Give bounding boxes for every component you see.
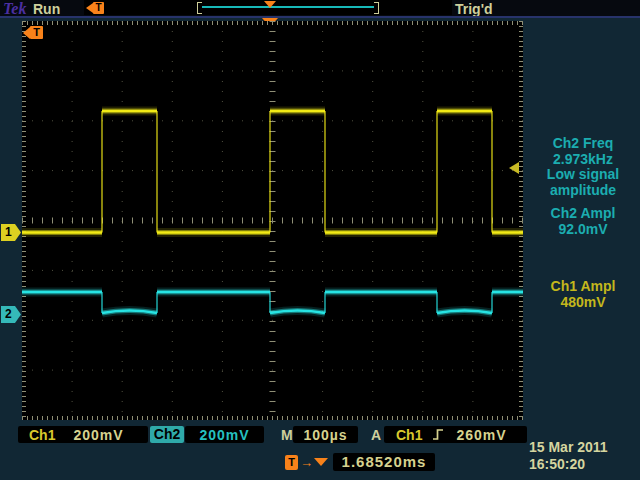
trigger-offscreen-flag-icon[interactable]: T bbox=[23, 26, 43, 39]
ch1-ground-marker[interactable]: 1 bbox=[1, 224, 21, 241]
ch1-ampl-value: 480mV bbox=[527, 295, 639, 311]
datetime-readout: 15 Mar 2011 16:50:20 bbox=[529, 439, 608, 473]
trigger-source: Ch1 bbox=[396, 427, 422, 443]
top-bar-separator bbox=[0, 16, 640, 18]
arrow-right-icon: → bbox=[300, 455, 313, 470]
acquisition-status: Run bbox=[33, 1, 60, 17]
timebase-label: M bbox=[281, 427, 293, 443]
time-value: 16:50:20 bbox=[529, 456, 608, 473]
ch2-ampl-readout: Ch2 Ampl 92.0mV bbox=[527, 206, 639, 237]
ch1-scale-value: 200mV bbox=[73, 427, 123, 443]
ch2-freq-readout: Ch2 Freq 2.973kHz Low signal amplitude bbox=[527, 136, 639, 198]
delay-time-value: 1.68520ms bbox=[333, 453, 435, 471]
ch1-scale-readout: Ch1 200mV bbox=[18, 426, 148, 443]
trigger-t-badge: T bbox=[30, 26, 43, 39]
ch2-scale-value: 200mV bbox=[199, 427, 249, 443]
trigger-level-arrow-icon[interactable] bbox=[509, 162, 519, 174]
record-window-bar[interactable] bbox=[202, 6, 374, 8]
ch2-ground-marker[interactable]: 2 bbox=[1, 306, 21, 323]
date-value: 15 Mar 2011 bbox=[529, 439, 608, 456]
waveform-display bbox=[22, 21, 523, 420]
ch1-ampl-readout: Ch1 Ampl 480mV bbox=[527, 279, 639, 310]
delay-trigger-icon: T bbox=[285, 455, 298, 470]
timebase-value: 100µs bbox=[303, 427, 347, 443]
rising-edge-icon bbox=[432, 427, 444, 442]
ch2-freq-value: 2.973kHz bbox=[527, 152, 639, 168]
ch2-ampl-value: 92.0mV bbox=[527, 222, 639, 238]
trigger-level-value: 260mV bbox=[456, 427, 506, 443]
delay-time-readout: T → 1.68520ms bbox=[285, 453, 435, 471]
ch2-scale-readout: 200mV bbox=[185, 426, 264, 443]
ch1-label: Ch1 bbox=[29, 427, 55, 443]
ch2-ampl-label: Ch2 Ampl bbox=[527, 206, 639, 222]
record-center-marker-icon[interactable] bbox=[264, 1, 276, 8]
trigger-status: Trig'd bbox=[455, 1, 493, 17]
warning-line-2: amplitude bbox=[527, 183, 639, 199]
ch2-freq-label: Ch2 Freq bbox=[527, 136, 639, 152]
record-window-bracket-right-icon[interactable] bbox=[374, 2, 379, 14]
trigger-a-label: A bbox=[371, 427, 381, 443]
record-trigger-position-icon[interactable]: T bbox=[86, 2, 104, 14]
ch2-selected-badge: Ch2 bbox=[150, 426, 184, 443]
trigger-t-badge: T bbox=[93, 2, 104, 14]
ch1-ampl-label: Ch1 Ampl bbox=[527, 279, 639, 295]
warning-line-1: Low signal bbox=[527, 167, 639, 183]
top-bar: Tek Run T Trig'd bbox=[0, 0, 640, 16]
delay-marker-icon bbox=[314, 458, 328, 466]
oscilloscope-screen: Tek Run T Trig'd T 1 2 Ch2 Freq 2.973kHz… bbox=[0, 0, 640, 480]
arrow-left-icon bbox=[86, 3, 93, 13]
arrow-left-icon bbox=[23, 27, 30, 39]
trigger-readout: Ch1 260mV bbox=[384, 426, 527, 443]
timebase-readout: 100µs bbox=[293, 426, 358, 443]
record-window-bracket-left-icon[interactable] bbox=[197, 2, 202, 14]
waveform-svg bbox=[22, 21, 523, 420]
